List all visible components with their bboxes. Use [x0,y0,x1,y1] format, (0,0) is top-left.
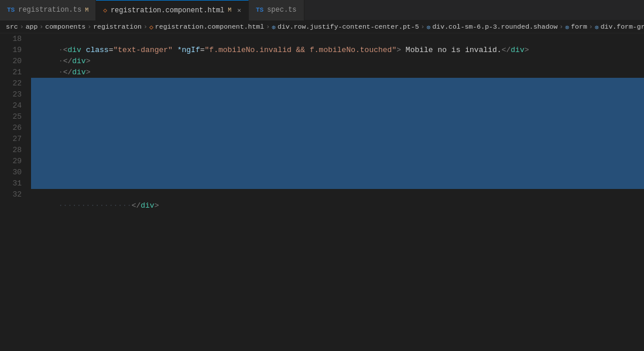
ts-icon: TS [256,6,263,13]
code-line-32 [31,189,644,200]
code-line-26: ····················<div *ngIf="f.email.… [31,122,644,133]
code-line-30 [31,167,644,178]
html-icon: ◇ [103,6,107,14]
code-line-28: ························<div id="registr… [31,144,644,156]
tab-registration-ts[interactable]: TS registration.ts M [0,0,96,20]
code-line-23: ····················<label>Email</label> [31,89,644,100]
tab-spec-ts[interactable]: TS spec.ts [249,0,304,20]
modified-indicator: M [85,7,88,13]
modified-indicator: M [228,7,231,13]
code-line-22: ················<div class="form-group"> [31,78,644,89]
code-line-19: ·</div> [31,44,644,56]
tab-label: registration.ts [18,6,81,14]
tab-registration-component-html[interactable]: ◇ registration.component.html M ✕ [96,0,249,20]
code-line-18: ·<div class="text-danger" *ngIf="f.mobil… [31,33,644,44]
editor: 18 19 20 21 22 23 24 25 26 27 28 29 30 3… [0,33,644,351]
line-numbers: 18 19 20 21 22 23 24 25 26 27 28 29 30 3… [0,33,26,351]
code-line-20: ·</div> [31,56,644,67]
code-line-29: ····················</div> [31,156,644,167]
code-area[interactable]: ·<div class="text-danger" *ngIf="f.mobil… [26,33,644,351]
tab-label: spec.ts [267,6,296,14]
code-line-25: ························[ngClass]="{ 'ha… [31,111,644,122]
breadcrumb: src › app › components › registration › … [0,20,644,33]
tab-bar: TS registration.ts M ◇ registration.comp… [0,0,644,20]
ts-icon: TS [7,6,15,13]
code-line-31: ················</div> [31,178,644,189]
tab-label: registration.component.html [111,6,224,15]
close-icon[interactable]: ✕ [237,6,241,14]
code-line-24: ····················<input type="email" … [31,100,644,111]
code-line-21 [31,67,644,78]
code-line-27: ························<div id="registr… [31,133,644,144]
